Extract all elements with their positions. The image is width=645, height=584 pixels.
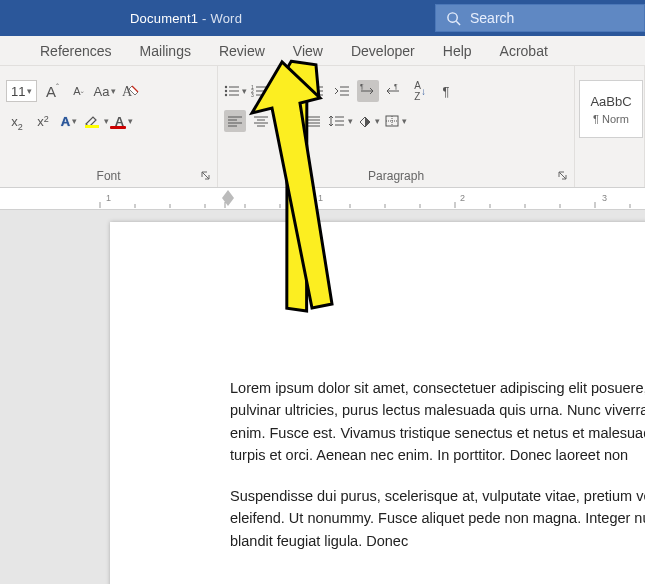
paragraph-group: ▾ 123▾ ▾ ¶ ¶ AZ↓ ¶ ▾ ▾ ▾ Paragraph	[218, 66, 575, 187]
increase-indent-icon	[334, 84, 350, 98]
change-case-icon: Aa	[93, 84, 109, 99]
search-box[interactable]: Search	[435, 4, 645, 32]
clear-formatting-button[interactable]: A	[120, 80, 142, 102]
borders-icon	[384, 114, 400, 128]
paragraph-1[interactable]: Lorem ipsum dolor sit amet, consectetuer…	[230, 377, 645, 467]
paragraph-group-label: Paragraph	[218, 169, 574, 183]
justify-icon	[305, 114, 321, 128]
highlight-icon	[84, 113, 102, 129]
numbering-button[interactable]: 123▾	[251, 80, 274, 102]
svg-rect-3	[85, 125, 99, 128]
tab-references[interactable]: References	[40, 37, 112, 65]
paragraph-2[interactable]: Suspendisse dui purus, scelerisque at, v…	[230, 485, 645, 552]
document-canvas: Lorem ipsum dolor sit amet, consectetuer…	[0, 210, 645, 584]
pilcrow-icon: ¶	[443, 84, 450, 99]
horizontal-ruler[interactable]: 1 1 2 3	[0, 188, 645, 210]
chevron-down-icon: ▾	[269, 86, 274, 96]
launcher-icon	[201, 171, 211, 181]
app-name: Word	[210, 11, 242, 26]
align-left-icon	[227, 114, 243, 128]
tab-review[interactable]: Review	[219, 37, 265, 65]
numbering-icon: 123	[251, 84, 267, 98]
svg-line-1	[456, 21, 460, 25]
shading-icon	[357, 114, 373, 128]
search-placeholder: Search	[470, 10, 514, 26]
shrink-font-button[interactable]: Aˇ	[67, 80, 89, 102]
ruler-ticks	[0, 188, 645, 210]
increase-indent-button[interactable]	[331, 80, 353, 102]
tab-help[interactable]: Help	[443, 37, 472, 65]
style-tile-name: ¶ Norm	[593, 113, 629, 125]
justify-button[interactable]	[302, 110, 324, 132]
style-normal-tile[interactable]: AaBbC ¶ Norm	[579, 80, 643, 138]
text-effects-button[interactable]: A▾	[58, 110, 80, 132]
chevron-down-icon: ▾	[242, 86, 247, 96]
svg-point-8	[225, 94, 227, 96]
chevron-down-icon: ▾	[348, 116, 353, 126]
sort-button[interactable]: AZ↓	[409, 80, 431, 102]
search-icon	[444, 9, 462, 27]
document-name: Document1	[130, 11, 198, 26]
svg-text:¶: ¶	[360, 84, 364, 90]
style-tile-sample: AaBbC	[590, 94, 631, 109]
font-dialog-launcher[interactable]	[199, 169, 213, 183]
grow-font-button[interactable]: Aˆ	[41, 80, 63, 102]
subscript-button[interactable]: x2	[6, 110, 28, 132]
svg-point-4	[225, 86, 227, 88]
svg-point-0	[447, 12, 456, 21]
arrow-down-icon: ↓	[421, 86, 426, 97]
font-size-value: 11	[11, 84, 25, 99]
line-spacing-icon	[328, 114, 346, 128]
svg-text:3: 3	[251, 92, 254, 98]
bullets-button[interactable]: ▾	[224, 80, 247, 102]
rtl-direction-button[interactable]: ¶	[383, 80, 405, 102]
font-group: 11▾ Aˆ Aˇ Aa▾ A x2 x2 A▾ ▾ A ▾ Font	[0, 66, 218, 187]
line-spacing-button[interactable]: ▾	[328, 110, 353, 132]
styles-group: AaBbC ¶ Norm	[575, 66, 645, 187]
clear-formatting-icon: A	[122, 83, 140, 99]
align-left-button[interactable]	[224, 110, 246, 132]
multilevel-list-button[interactable]: ▾	[278, 80, 301, 102]
tab-mailings[interactable]: Mailings	[140, 37, 191, 65]
decrease-indent-button[interactable]	[305, 80, 327, 102]
chevron-down-icon: ▾	[296, 86, 301, 96]
chevron-down-icon: ▾	[27, 86, 32, 96]
chevron-down-icon: ▾	[402, 116, 407, 126]
change-case-button[interactable]: Aa▾	[93, 80, 116, 102]
align-center-button[interactable]	[250, 110, 272, 132]
caret-up-icon: ˆ	[56, 82, 59, 92]
document-title: Document1 - Word	[130, 11, 242, 26]
svg-text:¶: ¶	[394, 84, 398, 90]
chevron-down-icon: ▾	[128, 116, 133, 126]
font-group-label: Font	[0, 169, 217, 183]
borders-button[interactable]: ▾	[384, 110, 407, 132]
sort-icon: AZ	[414, 80, 421, 102]
superscript-button[interactable]: x2	[32, 110, 54, 132]
ltr-direction-button[interactable]: ¶	[357, 80, 379, 102]
align-right-button[interactable]	[276, 110, 298, 132]
font-color-button[interactable]: A ▾	[113, 110, 135, 132]
launcher-icon	[558, 171, 568, 181]
chevron-down-icon: ▾	[111, 86, 116, 96]
align-center-icon	[253, 114, 269, 128]
tab-view[interactable]: View	[293, 37, 323, 65]
align-right-icon	[279, 114, 295, 128]
tab-acrobat[interactable]: Acrobat	[500, 37, 548, 65]
ribbon: 11▾ Aˆ Aˇ Aa▾ A x2 x2 A▾ ▾ A ▾ Font	[0, 66, 645, 188]
font-size-select[interactable]: 11▾	[6, 80, 37, 102]
chevron-down-icon: ▾	[72, 116, 77, 126]
subscript-icon: x2	[11, 114, 23, 129]
chevron-down-icon: ▾	[375, 116, 380, 126]
chevron-down-icon: ▾	[104, 116, 109, 126]
highlight-button[interactable]: ▾	[84, 110, 109, 132]
rtl-icon: ¶	[386, 84, 402, 98]
paragraph-dialog-launcher[interactable]	[556, 169, 570, 183]
shading-button[interactable]: ▾	[357, 110, 380, 132]
document-page[interactable]: Lorem ipsum dolor sit amet, consectetuer…	[110, 222, 645, 584]
svg-point-6	[225, 90, 227, 92]
tab-developer[interactable]: Developer	[351, 37, 415, 65]
multilevel-icon	[278, 84, 294, 98]
grow-font-icon: A	[46, 83, 56, 100]
shrink-font-icon: A	[73, 85, 80, 97]
show-hide-marks-button[interactable]: ¶	[435, 80, 457, 102]
